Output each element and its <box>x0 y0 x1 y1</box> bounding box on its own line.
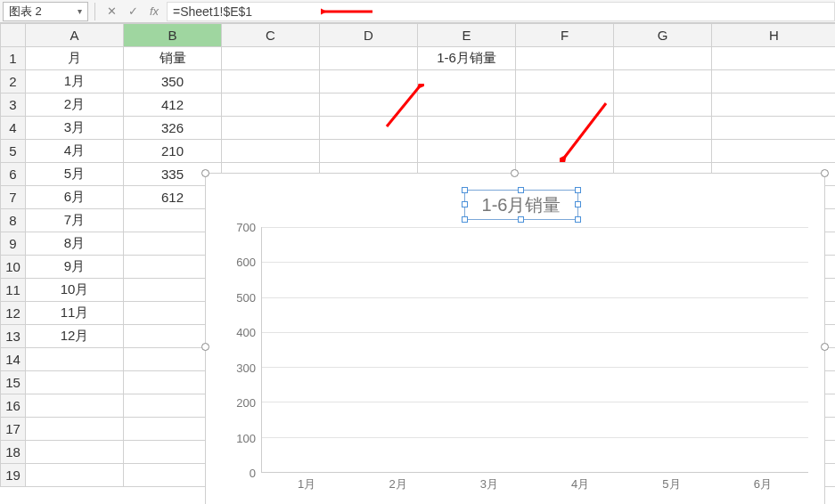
cell-G2[interactable] <box>614 70 712 93</box>
cell-A15[interactable] <box>26 371 124 394</box>
row-header-8[interactable]: 8 <box>1 209 26 232</box>
cell-C4[interactable] <box>222 117 320 140</box>
row-header-9[interactable]: 9 <box>1 232 26 256</box>
cell-A10[interactable]: 9月 <box>26 256 124 279</box>
row-header-15[interactable]: 15 <box>1 371 26 394</box>
cell-G4[interactable] <box>614 117 712 140</box>
cell-F3[interactable] <box>516 93 614 117</box>
row-header-4[interactable]: 4 <box>1 117 26 140</box>
column-header-H[interactable]: H <box>712 24 836 47</box>
column-header-C[interactable]: C <box>222 24 320 47</box>
resize-handle-w[interactable] <box>201 343 209 351</box>
select-all-cell[interactable] <box>1 24 26 47</box>
column-header-G[interactable]: G <box>614 24 712 47</box>
cell-C3[interactable] <box>222 93 320 117</box>
cell-H1[interactable] <box>712 47 836 70</box>
row-header-12[interactable]: 12 <box>1 302 26 325</box>
column-header-A[interactable]: A <box>26 24 124 47</box>
row-header-5[interactable]: 5 <box>1 140 26 163</box>
cell-A11[interactable]: 10月 <box>26 279 124 302</box>
cell-H5[interactable] <box>712 140 836 163</box>
cell-A4[interactable]: 3月 <box>26 117 124 140</box>
row-header-18[interactable]: 18 <box>1 441 26 464</box>
cell-C5[interactable] <box>222 140 320 163</box>
enter-icon[interactable]: ✓ <box>124 4 142 18</box>
cell-A3[interactable]: 2月 <box>26 93 124 117</box>
resize-handle-nw[interactable] <box>201 169 209 177</box>
plot-area[interactable]: 0100200300400500600700 1月2月3月4月5月6月 <box>222 227 808 494</box>
spreadsheet-grid[interactable]: ABCDEFGH1月销量1-6月销量21月35032月41243月32654月2… <box>0 23 835 487</box>
row-header-6[interactable]: 6 <box>1 163 26 186</box>
row-header-14[interactable]: 14 <box>1 348 26 371</box>
cell-E4[interactable] <box>418 117 516 140</box>
cell-A17[interactable] <box>26 418 124 441</box>
cell-A2[interactable]: 1月 <box>26 70 124 93</box>
row-header-17[interactable]: 17 <box>1 418 26 441</box>
row-header-16[interactable]: 16 <box>1 394 26 418</box>
cell-A8[interactable]: 7月 <box>26 209 124 232</box>
cell-A9[interactable]: 8月 <box>26 232 124 256</box>
resize-handle-n[interactable] <box>511 169 519 177</box>
cell-F4[interactable] <box>516 117 614 140</box>
cell-A12[interactable]: 11月 <box>26 302 124 325</box>
formula-input[interactable]: =Sheet1!$E$1 <box>167 2 835 21</box>
row-header-10[interactable]: 10 <box>1 256 26 279</box>
cell-A5[interactable]: 4月 <box>26 140 124 163</box>
cell-E1[interactable]: 1-6月销量 <box>418 47 516 70</box>
cell-B3[interactable]: 412 <box>124 93 222 117</box>
resize-handle-e[interactable] <box>821 343 829 351</box>
cell-C1[interactable] <box>222 47 320 70</box>
cell-D3[interactable] <box>320 93 418 117</box>
cell-A16[interactable] <box>26 394 124 418</box>
cell-F2[interactable] <box>516 70 614 93</box>
cell-A19[interactable] <box>26 464 124 487</box>
cell-D2[interactable] <box>320 70 418 93</box>
title-handle-se[interactable] <box>575 216 581 223</box>
row-header-3[interactable]: 3 <box>1 93 26 117</box>
cell-H4[interactable] <box>712 117 836 140</box>
column-header-D[interactable]: D <box>320 24 418 47</box>
column-header-B[interactable]: B <box>124 24 222 47</box>
cell-H3[interactable] <box>712 93 836 117</box>
cell-B4[interactable]: 326 <box>124 117 222 140</box>
cell-D1[interactable] <box>320 47 418 70</box>
title-handle-e[interactable] <box>575 201 581 207</box>
row-header-7[interactable]: 7 <box>1 186 26 209</box>
column-header-E[interactable]: E <box>418 24 516 47</box>
cell-A13[interactable]: 12月 <box>26 325 124 348</box>
row-header-13[interactable]: 13 <box>1 325 26 348</box>
cell-A7[interactable]: 6月 <box>26 186 124 209</box>
cell-B1[interactable]: 销量 <box>124 47 222 70</box>
cell-G3[interactable] <box>614 93 712 117</box>
cell-E3[interactable] <box>418 93 516 117</box>
title-handle-w[interactable] <box>462 201 468 207</box>
cell-A1[interactable]: 月 <box>26 47 124 70</box>
cell-D5[interactable] <box>320 140 418 163</box>
cell-F5[interactable] <box>516 140 614 163</box>
cancel-icon[interactable]: ✕ <box>102 4 120 18</box>
title-handle-n[interactable] <box>518 187 524 193</box>
row-header-19[interactable]: 19 <box>1 464 26 487</box>
cell-F1[interactable] <box>516 47 614 70</box>
column-header-F[interactable]: F <box>516 24 614 47</box>
name-box[interactable]: 图表 2 ▾ <box>3 2 88 21</box>
cell-E2[interactable] <box>418 70 516 93</box>
title-handle-ne[interactable] <box>575 187 581 193</box>
chart-title[interactable]: 1-6月销量 <box>464 190 578 220</box>
cell-D4[interactable] <box>320 117 418 140</box>
cell-B2[interactable]: 350 <box>124 70 222 93</box>
row-header-11[interactable]: 11 <box>1 279 26 302</box>
cell-B5[interactable]: 210 <box>124 140 222 163</box>
title-handle-sw[interactable] <box>462 216 468 223</box>
cell-C2[interactable] <box>222 70 320 93</box>
cell-A6[interactable]: 5月 <box>26 163 124 186</box>
chart-object[interactable]: 1-6月销量 0100200300400500600700 1月2月3月4月5月… <box>205 173 825 504</box>
row-header-1[interactable]: 1 <box>1 47 26 70</box>
cell-A18[interactable] <box>26 441 124 464</box>
title-handle-nw[interactable] <box>462 187 468 193</box>
fx-icon[interactable]: fx <box>145 4 163 18</box>
cell-E5[interactable] <box>418 140 516 163</box>
row-header-2[interactable]: 2 <box>1 70 26 93</box>
dropdown-icon[interactable]: ▾ <box>78 6 82 16</box>
cell-G5[interactable] <box>614 140 712 163</box>
